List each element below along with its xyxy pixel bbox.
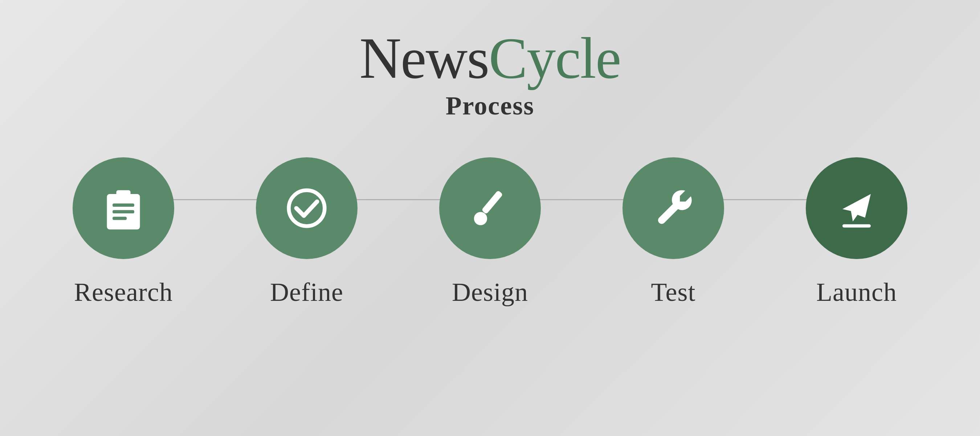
svg-rect-3: [113, 210, 134, 213]
svg-rect-4: [113, 217, 127, 220]
plane-icon: [833, 185, 880, 232]
circle-define: [256, 157, 358, 259]
step-test-label: Test: [651, 277, 696, 307]
step-research-label: Research: [74, 277, 173, 307]
brand-cycle: Cycle: [489, 26, 620, 91]
step-design: Design: [439, 157, 541, 307]
page-header: NewsCycle Process: [360, 29, 620, 121]
step-test: Test: [622, 157, 724, 307]
svg-rect-1: [116, 190, 130, 199]
checkmark-icon: [283, 185, 330, 232]
step-launch-label: Launch: [816, 277, 897, 307]
process-row: Research Define Design: [73, 157, 907, 307]
step-define-label: Define: [270, 277, 344, 307]
svg-point-5: [289, 190, 325, 226]
svg-rect-6: [481, 190, 503, 214]
brand-news: News: [360, 26, 488, 91]
svg-point-7: [474, 212, 487, 225]
step-research: Research: [73, 157, 174, 307]
connector-3: [537, 199, 626, 200]
clipboard-icon: [100, 185, 147, 232]
svg-rect-8: [842, 224, 871, 227]
paintbrush-icon: [466, 185, 514, 232]
step-design-label: Design: [452, 277, 528, 307]
brand-title: NewsCycle: [360, 29, 620, 87]
step-define: Define: [256, 157, 358, 307]
svg-rect-2: [113, 203, 134, 207]
step-launch: Launch: [806, 157, 907, 307]
connector-4: [721, 199, 810, 200]
circle-test: [622, 157, 724, 259]
brand-subtitle: Process: [360, 91, 620, 121]
connector-2: [354, 199, 443, 200]
circle-research: [73, 157, 174, 259]
connector-1: [170, 199, 259, 200]
circle-launch: [806, 157, 907, 259]
wrench-icon: [650, 185, 697, 232]
circle-design: [439, 157, 541, 259]
